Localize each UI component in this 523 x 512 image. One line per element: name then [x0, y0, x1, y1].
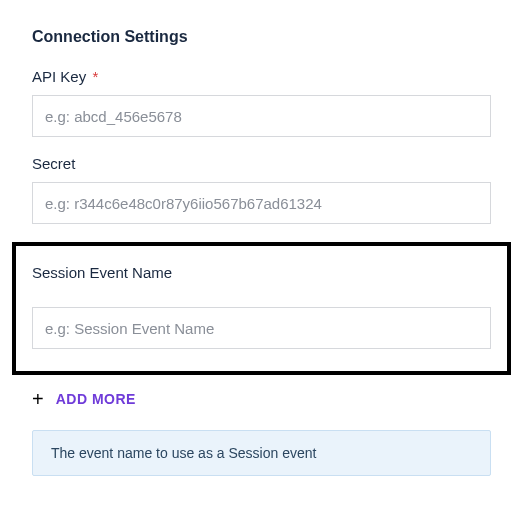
required-marker: *	[92, 68, 98, 85]
secret-label: Secret	[32, 155, 491, 172]
section-title: Connection Settings	[32, 28, 491, 46]
secret-field-group: Secret	[32, 155, 491, 224]
api-key-input[interactable]	[32, 95, 491, 137]
api-key-field-group: API Key *	[32, 68, 491, 137]
secret-input[interactable]	[32, 182, 491, 224]
session-event-name-label: Session Event Name	[32, 264, 491, 281]
api-key-label-text: API Key	[32, 68, 86, 85]
hint-box: The event name to use as a Session event	[32, 430, 491, 476]
add-more-button[interactable]: + ADD MORE	[32, 389, 136, 409]
plus-icon: +	[32, 389, 44, 409]
session-event-highlight: Session Event Name	[12, 242, 511, 375]
api-key-label: API Key *	[32, 68, 491, 85]
session-event-name-input[interactable]	[32, 307, 491, 349]
add-more-label: ADD MORE	[56, 391, 136, 407]
